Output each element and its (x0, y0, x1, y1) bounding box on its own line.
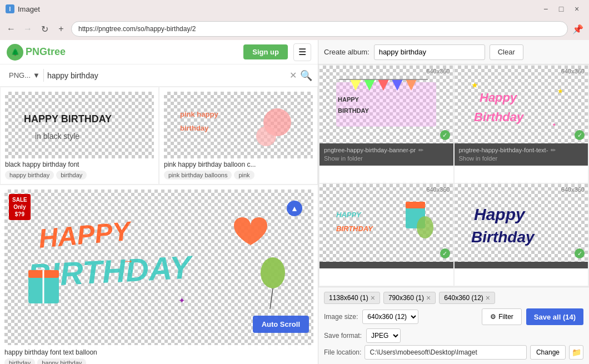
check-icon: ✓ (575, 248, 585, 258)
signup-button[interactable]: Sign up (243, 44, 288, 59)
svg-text:★: ★ (557, 87, 563, 95)
tag[interactable]: birthday (56, 171, 87, 179)
list-item[interactable]: pink happy birthday pink happy birthday … (159, 87, 318, 185)
image-tags: happy birthday birthday (5, 171, 154, 179)
app-icon: I (6, 4, 14, 13)
gallery-item-info (320, 262, 453, 268)
gallery-item-info: pngtree-happy-birthday-font-text- ✏ Show… (455, 143, 588, 166)
tag[interactable]: pink (234, 171, 254, 179)
file-location-label: File location: (324, 348, 361, 356)
search-icon[interactable]: 🔍 (300, 69, 312, 82)
svg-rect-32 (406, 202, 425, 208)
size-tag-label: 640x360 (12) (444, 294, 483, 302)
svg-point-11 (261, 257, 285, 288)
save-all-button[interactable]: Save all (14) (526, 308, 583, 325)
address-bar[interactable]: https://pngtree.com/so/happy-birthday/2 (71, 21, 568, 37)
image-size-badge: 640x360 (561, 186, 585, 193)
svg-point-5 (256, 126, 276, 146)
save-format-label: Save format: (324, 332, 362, 340)
image-size-select[interactable]: 640x360 (12) (362, 310, 418, 324)
file-location-input[interactable] (365, 345, 527, 360)
search-category-label: PNG... (9, 71, 31, 79)
sale-line1: SALE (12, 196, 27, 203)
filename-label: pngtree-happy-birthday-font-text- ✏ (459, 147, 584, 154)
extension-button[interactable]: 📌 (571, 22, 585, 36)
svg-text:in black style: in black style (35, 132, 79, 141)
tag[interactable]: happy birthday (37, 358, 86, 364)
chevron-down-icon: ▼ (33, 71, 40, 79)
titlebar-controls: − □ × (539, 2, 583, 16)
forward-button[interactable]: → (21, 22, 34, 36)
format-select[interactable]: JPEG (366, 328, 401, 343)
tag[interactable]: pink birthday balloons (164, 171, 232, 179)
close-button[interactable]: × (570, 2, 583, 16)
svg-text:HAPPY: HAPPY (336, 211, 362, 219)
change-button[interactable]: Change (530, 345, 566, 360)
logo-icon: 🌲 (7, 44, 23, 61)
file-location-row: File location: Change 📁 (324, 345, 583, 360)
filter-label: Filter (498, 313, 513, 321)
maximize-button[interactable]: □ (555, 2, 568, 16)
format-row: Save format: JPEG (324, 328, 583, 343)
remove-size-tag-icon[interactable]: × (371, 293, 375, 302)
svg-text:Birthday: Birthday (471, 228, 535, 246)
scroll-up-button[interactable]: ▲ (287, 201, 302, 216)
address-text: https://pngtree.com/so/happy-birthday/2 (78, 25, 196, 33)
search-category-dropdown[interactable]: PNG... ▼ (6, 69, 44, 82)
image-title: black happy birthday font (5, 161, 154, 168)
titlebar-left: I Imaget (6, 4, 40, 13)
refresh-button[interactable]: ↻ (38, 22, 51, 36)
sale-line2: Only (12, 203, 27, 211)
album-input[interactable] (374, 44, 485, 60)
right-topbar: Create album: Clear (318, 40, 589, 64)
right-panel: Create album: Clear 640x360 HAPPY BIRTHD… (318, 40, 589, 364)
back-button[interactable]: ← (4, 22, 18, 36)
filter-button[interactable]: ⚙ Filter (482, 308, 522, 325)
new-tab-button[interactable]: + (54, 22, 68, 36)
auto-scroll-button[interactable]: Auto Scroll (253, 316, 309, 333)
minimize-button[interactable]: − (539, 2, 552, 16)
show-in-folder-button[interactable]: Show in folder (324, 155, 363, 162)
image-size-badge: 640x360 (426, 68, 450, 74)
svg-point-33 (417, 216, 433, 238)
svg-text:BIRTHDAY: BIRTHDAY (336, 225, 373, 233)
logo-tree: tree (47, 46, 66, 57)
show-in-folder-button[interactable]: Show in folder (459, 155, 498, 162)
gallery-item[interactable]: 640x360 Happy Birthday ★ ★ ✦ ✓ pngtree-h… (455, 66, 588, 183)
list-item[interactable]: SALE Only $?9 HAPPY BIRTHDAY (0, 185, 318, 364)
gallery-item[interactable]: 640x360 Happy Birthday ✓ (455, 184, 588, 286)
size-tag: 640x360 (12) × (439, 292, 495, 304)
image-size-label: Image size: (324, 313, 358, 321)
menu-button[interactable]: ☰ (293, 43, 311, 61)
svg-text:✦: ✦ (552, 122, 556, 128)
list-item[interactable]: HAPPY BIRTHDAY in black style black happ… (0, 87, 159, 185)
filter-icon: ⚙ (490, 313, 496, 321)
logo-text: PNGtree (26, 46, 66, 58)
search-input[interactable] (47, 71, 286, 80)
left-scroll-area[interactable]: HAPPY BIRTHDAY in black style black happ… (0, 87, 318, 364)
size-tags: 1138x640 (1) × 790x360 (1) × 640x360 (12… (324, 292, 583, 304)
tag[interactable]: happy birthday (5, 171, 54, 179)
filename-label: pngtree-happy-birthday-banner-pr ✏ (324, 147, 449, 154)
remove-size-tag-icon[interactable]: × (486, 293, 490, 302)
open-folder-button[interactable]: 📁 (569, 345, 583, 360)
gallery-grid: 640x360 HAPPY BIRTHDAY ✓ (318, 64, 589, 287)
controls-row: Image size: 640x360 (12) ⚙ Filter Save a… (324, 308, 583, 325)
gallery-item[interactable]: 640x360 HAPPY BIRTHDAY ✓ (320, 184, 453, 286)
image-size-badge: 640x360 (426, 186, 450, 193)
gallery-item[interactable]: 640x360 HAPPY BIRTHDAY ✓ (320, 66, 453, 183)
pngtree-header: 🌲 PNGtree Sign up ☰ (0, 40, 318, 64)
size-tag-label: 1138x640 (1) (329, 294, 368, 302)
svg-text:★: ★ (471, 81, 478, 89)
image-tags: pink birthday balloons pink (164, 171, 313, 179)
remove-size-tag-icon[interactable]: × (426, 293, 431, 302)
clear-search-icon[interactable]: ✕ (289, 70, 297, 81)
image-thumbnail: pink happy birthday (164, 92, 313, 158)
clear-button[interactable]: Clear (490, 44, 523, 60)
sale-badge: SALE Only $?9 (9, 194, 31, 220)
svg-text:Happy: Happy (480, 91, 518, 104)
gallery-image: 640x360 HAPPY BIRTHDAY ✓ (320, 184, 453, 262)
check-icon: ✓ (440, 248, 450, 258)
gallery-image: 640x360 Happy Birthday ★ ★ ✦ ✓ (455, 66, 588, 143)
tag[interactable]: birthday (4, 358, 35, 364)
